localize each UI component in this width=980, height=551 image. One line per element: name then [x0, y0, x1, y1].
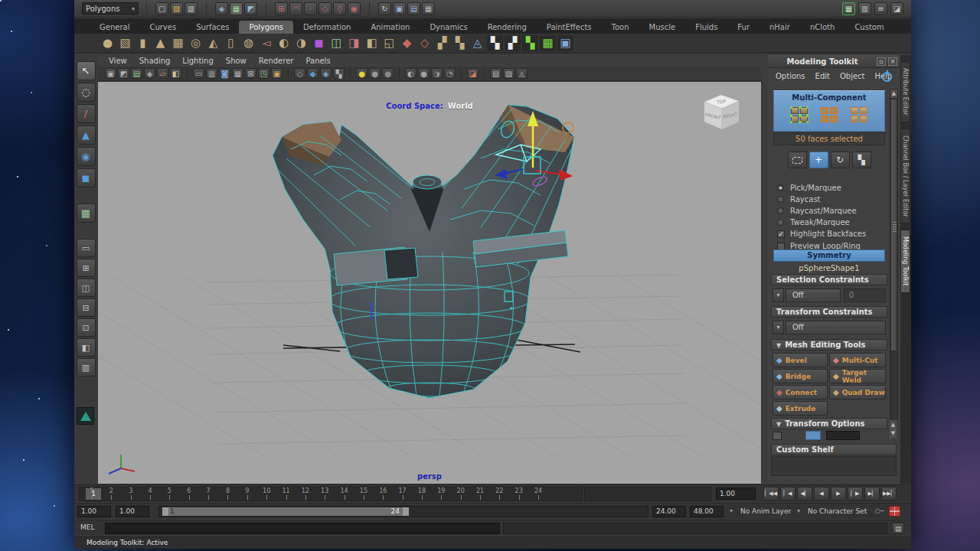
field-chart-icon[interactable]: ▦	[232, 68, 243, 79]
viewport-menu-show[interactable]: Show	[226, 57, 247, 65]
checker-display-icon[interactable]: ▚	[333, 68, 345, 79]
uv-checker-1-icon[interactable]: ▚	[487, 35, 503, 51]
range-track[interactable]: 1 24	[158, 506, 648, 517]
rotate-tool[interactable]: ◉	[77, 147, 96, 166]
move-tool[interactable]: ▲	[77, 126, 96, 145]
render-settings-icon[interactable]: ▦	[422, 2, 435, 15]
view-cube[interactable]: TOP FRONT RIGHT	[695, 90, 747, 134]
poly-sphere-icon[interactable]: ●	[100, 35, 116, 51]
poly-cube-icon[interactable]: ▧	[117, 35, 133, 51]
current-time-field[interactable]: 1.00	[716, 487, 756, 500]
mel-input-field[interactable]	[105, 523, 500, 534]
bridge-button[interactable]: ◆Bridge	[773, 369, 828, 383]
timeline-ticks[interactable]: 1 12345678910111213141516171819202122232…	[79, 487, 583, 501]
subdiv-proxy-icon[interactable]: ◼	[311, 35, 327, 51]
textured-display-icon[interactable]: ◈	[320, 68, 332, 79]
sidebar-tab-modeling-toolkit[interactable]: Modeling Toolkit	[900, 230, 910, 292]
range-start-handle[interactable]	[162, 507, 168, 516]
shelf-tab-surfaces[interactable]: Surfaces	[186, 21, 239, 34]
poly-cone-icon[interactable]: ▲	[152, 35, 168, 51]
toolkit-menu-edit[interactable]: Edit	[815, 72, 830, 80]
save-scene-icon[interactable]: ▥	[185, 2, 198, 15]
anim-end-field[interactable]: 48.00	[690, 506, 724, 517]
toolkit-menu-options[interactable]: Options	[776, 72, 805, 80]
safe-action-icon[interactable]: ⊠	[245, 68, 256, 79]
snap-to-grid-icon[interactable]: ⊞	[275, 2, 288, 15]
view-camera-settings-icon[interactable]: ▣	[105, 68, 116, 79]
transform-constraint-dropdown-icon[interactable]: ▾	[773, 321, 784, 334]
playback-range-bar[interactable]: 1 24	[162, 507, 409, 516]
channel-box-toggle-icon[interactable]: ▥	[858, 2, 871, 15]
shelf-tab-toon[interactable]: Toon	[602, 21, 639, 34]
snap-to-projected-center-icon[interactable]: ◇	[318, 2, 332, 15]
default-lighting-icon[interactable]: ●	[356, 68, 368, 79]
layout-persp-outliner[interactable]: ◫	[77, 279, 96, 297]
layout-persp-uv[interactable]: ◧	[77, 338, 96, 357]
xray-icon[interactable]: ▧	[490, 68, 501, 79]
multi-cut-button[interactable]: ◆Multi-Cut	[829, 353, 886, 367]
step-back-key-button[interactable]: ▏◀	[780, 487, 795, 500]
modeling-toolkit-toggle-icon[interactable]: ▦	[842, 2, 855, 15]
shelf-tab-fur[interactable]: Fur	[727, 21, 760, 34]
shelf-tab-dynamics[interactable]: Dynamics	[420, 21, 477, 34]
paint-selection-tool[interactable]: ∕	[77, 104, 96, 123]
vertex-mode-icon[interactable]	[790, 106, 808, 123]
shelf-tab-painteffects[interactable]: PaintEffects	[537, 21, 602, 34]
film-gate-icon[interactable]: ▭	[193, 68, 204, 79]
shelf-tab-polygons[interactable]: Polygons	[239, 21, 293, 34]
multisample-icon[interactable]: ◔	[444, 68, 456, 79]
new-scene-icon[interactable]: ▢	[155, 2, 168, 15]
connect-button[interactable]: ◆Connect	[773, 385, 828, 399]
custom-shelf-area[interactable]	[771, 456, 897, 476]
layout-four-pane[interactable]: ⊞	[77, 259, 96, 277]
anim-start-field[interactable]: 1.00	[116, 506, 149, 517]
viewport-menu-view[interactable]: View	[109, 57, 127, 65]
safe-title-icon[interactable]: ◳	[258, 68, 270, 79]
select-object-icon[interactable]: ▦	[230, 2, 243, 15]
tweak-select-mode[interactable]: ↻	[831, 152, 850, 168]
radio-raycast[interactable]: Raycast	[777, 194, 866, 204]
character-set-icon[interactable]: ▾	[797, 507, 800, 514]
frame-all-icon[interactable]: ▣	[271, 68, 283, 79]
render-current-frame-icon[interactable]: ▤	[407, 2, 420, 15]
poly-torus-icon[interactable]: ◎	[188, 35, 204, 51]
shelf-tab-custom[interactable]: Custom	[844, 21, 893, 34]
tool-settings-toggle-icon[interactable]: ◪	[890, 2, 903, 15]
xray-active-icon[interactable]: ▨	[503, 68, 514, 79]
boolean-difference-icon[interactable]: ◇	[416, 35, 433, 51]
combine-icon[interactable]: ◨	[346, 35, 362, 51]
marquee-select-mode[interactable]	[788, 152, 807, 168]
shelf-tab-muscle[interactable]: Muscle	[639, 21, 686, 34]
boolean-union-icon[interactable]: ◆	[399, 35, 415, 51]
mirror-geometry-icon[interactable]: ◫	[328, 35, 345, 51]
uv-layout-icon[interactable]: ▦	[540, 35, 556, 51]
snap-to-view-plane-icon[interactable]: ◊	[333, 2, 346, 15]
sidebar-tab-attribute-editor[interactable]: Attribute Editor	[900, 61, 910, 122]
uv-editor-icon[interactable]: ▣	[557, 35, 573, 51]
camera-bookmark-icon[interactable]: ◧	[170, 68, 181, 79]
scroll-up-icon[interactable]: ▲	[890, 90, 897, 98]
select-tool[interactable]: ↖	[77, 61, 96, 80]
mel-label[interactable]: MEL	[80, 523, 94, 531]
shelf-tab-general[interactable]: General	[90, 21, 139, 34]
layout-multi[interactable]: ▥	[77, 358, 96, 377]
quad-draw-button[interactable]: ◆Quad Draw	[829, 385, 886, 399]
transform-constraints-header[interactable]: Transform Constraints	[771, 306, 887, 318]
drag-select-mode[interactable]: +	[809, 152, 828, 168]
radio-pick-marquee[interactable]: Pick/Marquee	[777, 182, 866, 193]
layout-persp-graph[interactable]: ⊟	[77, 298, 96, 317]
poly-cylinder-icon[interactable]: ▮	[135, 35, 151, 51]
mesh-editing-tools-header[interactable]: ▼Mesh Editing Tools	[771, 339, 887, 350]
lock-camera-icon[interactable]: ◩	[118, 68, 129, 79]
shelf-tab-nhair[interactable]: nHair	[760, 21, 800, 34]
symmetry-button[interactable]: Symmetry	[773, 249, 885, 262]
close-panel-icon[interactable]: ×	[888, 57, 897, 66]
scrollbar-thumb[interactable]	[890, 99, 897, 351]
bridge-icon[interactable]: ▞	[434, 35, 450, 51]
project-curve-icon[interactable]: ◬	[469, 35, 485, 51]
transform-select-mode[interactable]: ▚	[852, 152, 871, 168]
attribute-editor-toggle-icon[interactable]: ≡	[874, 2, 887, 15]
open-scene-icon[interactable]: ▨	[170, 2, 183, 15]
radio-raycast-marquee[interactable]: Raycast/Marquee	[777, 205, 866, 216]
selection-constraint-value[interactable]: Off	[786, 289, 841, 302]
